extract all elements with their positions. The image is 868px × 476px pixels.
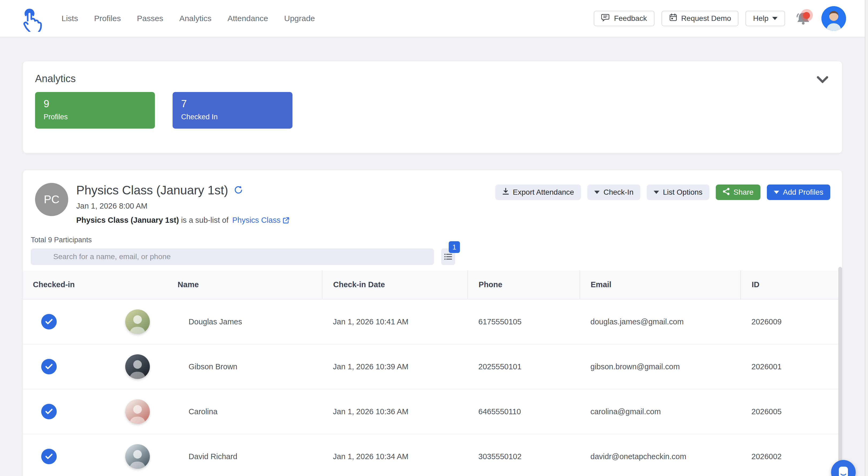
column-phone[interactable]: Phone (468, 271, 580, 299)
checked-in-toggle[interactable] (41, 404, 57, 419)
request-demo-button[interactable]: Request Demo (661, 11, 739, 26)
view-count-badge: 1 (449, 241, 460, 253)
nav-item-profiles[interactable]: Profiles (93, 11, 123, 26)
caret-down-icon (772, 17, 778, 20)
analytics-title: Analytics (35, 73, 830, 85)
add-profiles-label: Add Profiles (783, 188, 823, 196)
onetap-logo-icon[interactable] (19, 4, 44, 32)
table-row[interactable]: David Richard Jan 1, 2026 10:34 AM 30355… (23, 434, 842, 476)
participants-table: Checked-in Name Check-in Date Phone Emai… (23, 271, 842, 476)
caret-down-icon (654, 191, 659, 194)
feedback-button[interactable]: Feedback (594, 11, 654, 26)
email: davidr@onetapcheckin.com (580, 434, 741, 476)
checked-in-toggle[interactable] (41, 314, 57, 329)
profile-photo[interactable] (125, 354, 150, 379)
refresh-icon[interactable] (234, 185, 243, 195)
participant-name[interactable]: Gibson Brown (189, 362, 237, 371)
chevron-down-icon (817, 76, 828, 83)
email: carolina@gmail.com (580, 389, 741, 434)
download-icon (502, 188, 509, 197)
sublist-text: is a sub-list of (181, 216, 228, 225)
profile-photo[interactable] (125, 399, 150, 424)
column-email[interactable]: Email (580, 271, 741, 299)
column-check-in-date[interactable]: Check-in Date (322, 271, 467, 299)
list-view-icon (444, 253, 452, 260)
check-in-date: Jan 1, 2026 10:39 AM (322, 344, 467, 389)
table-header-row: Checked-in Name Check-in Date Phone Emai… (23, 271, 842, 299)
profile-photo[interactable] (125, 444, 150, 469)
user-avatar[interactable] (822, 6, 846, 31)
top-navbar: Lists Profiles Passes Analytics Attendan… (0, 0, 868, 37)
participant-name[interactable]: Douglas James (189, 317, 242, 326)
nav-item-lists[interactable]: Lists (60, 11, 80, 26)
notification-bell-button[interactable] (796, 10, 811, 27)
check-in-dropdown-button[interactable]: Check-In (587, 185, 640, 200)
participant-name[interactable]: Carolina (189, 407, 218, 416)
list-view-toggle-button[interactable]: 1 (441, 248, 455, 265)
table-row[interactable]: Douglas James Jan 1, 2026 10:41 AM 61755… (23, 299, 842, 344)
caret-down-icon (774, 191, 779, 194)
phone: 2025550101 (468, 344, 580, 389)
checked-in-count: 7 (181, 98, 284, 109)
table-row[interactable]: Gibson Brown Jan 1, 2026 10:39 AM 202555… (23, 344, 842, 389)
nav-item-upgrade[interactable]: Upgrade (283, 11, 316, 26)
chat-bubble-icon (837, 466, 849, 476)
checked-in-toggle[interactable] (41, 449, 57, 464)
analytics-collapse-button[interactable] (815, 73, 830, 86)
help-dropdown[interactable]: Help (745, 11, 785, 26)
list-title: Physics Class (January 1st) (76, 183, 228, 197)
list-initials: PC (44, 193, 59, 206)
notification-dot (803, 12, 810, 19)
sublist-line: Physics Class (January 1st) is a sub-lis… (76, 216, 289, 225)
check-in-date: Jan 1, 2026 10:36 AM (322, 389, 467, 434)
page-scrollbar[interactable] (865, 0, 868, 476)
table-row[interactable]: Carolina Jan 1, 2026 10:36 AM 6465550110… (23, 389, 842, 434)
check-icon (45, 408, 53, 415)
checked-in-label: Checked In (181, 113, 284, 121)
phone: 6465550110 (468, 389, 580, 434)
check-icon (45, 318, 53, 325)
checked-in-stat-tile: 7 Checked In (173, 92, 292, 129)
caret-down-icon (594, 191, 600, 194)
table-scrollbar-thumb[interactable] (838, 267, 842, 472)
profile-photo[interactable] (125, 309, 150, 334)
feedback-label: Feedback (614, 14, 647, 23)
check-in-date: Jan 1, 2026 10:41 AM (322, 299, 467, 344)
export-attendance-button[interactable]: Export Attendance (495, 185, 581, 200)
parent-list-link-label: Physics Class (232, 216, 281, 225)
email: gibson.brown@gmail.com (580, 344, 741, 389)
feedback-icon (601, 13, 610, 24)
parent-list-link[interactable]: Physics Class (232, 216, 290, 225)
share-button[interactable]: Share (716, 185, 761, 200)
share-label: Share (734, 188, 753, 196)
checked-in-toggle[interactable] (41, 359, 57, 374)
search-input[interactable] (31, 248, 434, 265)
list-datetime: Jan 1, 2026 8:00 AM (76, 202, 289, 211)
sublist-bold-name: Physics Class (January 1st) (76, 216, 179, 225)
profiles-label: Profiles (43, 113, 146, 121)
nav-item-attendance[interactable]: Attendance (226, 11, 270, 26)
help-label: Help (753, 14, 769, 23)
calendar-icon (669, 13, 678, 24)
check-icon (45, 363, 53, 370)
participant-id: 2026005 (741, 389, 842, 434)
main-nav: Lists Profiles Passes Analytics Attendan… (60, 11, 316, 26)
column-id[interactable]: ID (741, 271, 842, 299)
list-initials-avatar: PC (35, 183, 68, 216)
participant-id: 2026002 (741, 434, 842, 476)
phone: 6175550105 (468, 299, 580, 344)
nav-item-analytics[interactable]: Analytics (178, 11, 213, 26)
column-checked-in[interactable]: Checked-in (23, 271, 104, 299)
profiles-count: 9 (43, 98, 146, 109)
participant-id: 2026009 (741, 299, 842, 344)
column-name[interactable]: Name (104, 271, 322, 299)
request-demo-label: Request Demo (681, 14, 731, 23)
analytics-card: Analytics 9 Profiles 7 Checked In (23, 61, 842, 153)
check-icon (45, 453, 53, 460)
participant-id: 2026001 (741, 344, 842, 389)
participant-name[interactable]: David Richard (189, 452, 237, 461)
share-icon (723, 188, 730, 197)
add-profiles-dropdown-button[interactable]: Add Profiles (767, 185, 830, 200)
list-options-dropdown-button[interactable]: List Options (647, 185, 709, 200)
nav-item-passes[interactable]: Passes (135, 11, 165, 26)
